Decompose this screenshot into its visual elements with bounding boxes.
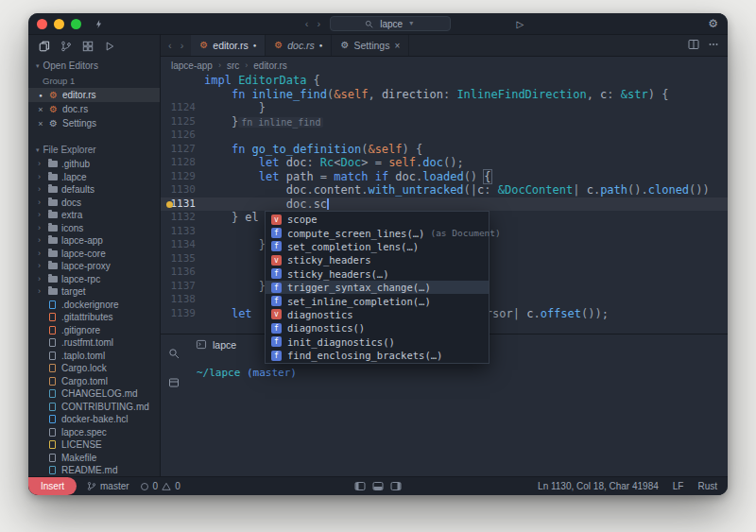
tree-item-label: CHANGELOG.md (61, 388, 138, 399)
close-window-button[interactable] (37, 19, 47, 29)
breadcrumb-segment[interactable]: lapce-app (171, 60, 213, 71)
close-icon[interactable]: × (37, 105, 44, 114)
close-icon[interactable]: × (37, 119, 44, 129)
problem-counts[interactable]: 0 0 (140, 481, 180, 491)
nav-forward-button[interactable]: › (318, 18, 321, 29)
breadcrumb-segment[interactable]: editor.rs (253, 60, 287, 71)
toggle-bottom-panel-icon[interactable] (373, 482, 384, 490)
code-line[interactable]: 1130 doc.content.with_untracked(|c: &Doc… (161, 183, 728, 197)
tree-item[interactable]: CONTRIBUTING.md (28, 401, 160, 414)
file-explorer-header[interactable]: ▾ File Explorer (28, 141, 160, 158)
open-editors-list: ●⚙editor.rs×⚙doc.rs×⚙Settings (28, 88, 160, 130)
tree-item[interactable]: .gitignore (28, 324, 160, 337)
panel-list-icon[interactable] (168, 375, 180, 392)
cursor-position[interactable]: Ln 1130, Col 18, Char 41984 (538, 481, 659, 491)
tree-item[interactable]: ›icons (28, 222, 160, 235)
completion-label: scope (287, 214, 318, 225)
settings-gear-icon[interactable]: ⚙ (708, 17, 718, 30)
completion-item[interactable]: finit_diagnostics() (266, 335, 489, 349)
completion-item[interactable]: fset_inline_completion(…) (266, 294, 489, 307)
tree-item[interactable]: ›target (28, 285, 160, 299)
open-editor-item[interactable]: ×⚙doc.rs (28, 102, 160, 116)
terminal-tab-label[interactable]: lapce (213, 339, 236, 351)
open-editor-item[interactable]: ●⚙editor.rs (28, 88, 160, 102)
completion-label: find_enclosing_brackets(…) (287, 350, 442, 361)
tree-item[interactable]: Makefile (28, 452, 160, 465)
completion-item[interactable]: fset_completion_lens(…) (266, 240, 489, 253)
code-line[interactable]: 1125 }fn inline_find (161, 115, 728, 129)
tree-item[interactable]: Cargo.toml (28, 375, 160, 388)
code-action-bulb-icon[interactable] (166, 201, 173, 208)
tree-item[interactable]: ›extra (28, 209, 160, 222)
modified-dot: ● (319, 43, 323, 48)
plugins-icon[interactable] (82, 41, 94, 52)
language-mode[interactable]: Rust (697, 481, 717, 491)
folder-icon (48, 174, 58, 180)
remote-connection-icon[interactable] (94, 19, 104, 29)
completion-item[interactable]: vdiagnostics (266, 308, 489, 321)
source-control-icon[interactable] (60, 41, 72, 52)
tree-item[interactable]: ›docs (28, 197, 160, 210)
tree-item[interactable]: ›lapce-proxy (28, 260, 160, 273)
tree-item[interactable]: ›.github (28, 158, 160, 171)
tree-item[interactable]: LICENSE (28, 438, 160, 452)
code-line[interactable]: 1127 fn go_to_definition(&self) { (161, 143, 728, 157)
code-line[interactable]: 1128 let doc: Rc<Doc> = self.doc(); (161, 156, 728, 170)
completion-item[interactable]: vsticky_headers (266, 253, 489, 266)
close-tab-icon[interactable]: × (394, 41, 400, 51)
minimize-window-button[interactable] (54, 19, 64, 29)
tab-back-button[interactable]: ‹ (168, 40, 172, 51)
code-line[interactable]: 1124 } (161, 101, 728, 115)
breadcrumb[interactable]: lapce-app›src›editor.rs (161, 57, 728, 74)
nav-back-button[interactable]: ‹ (305, 18, 309, 29)
line-number: 1127 (161, 143, 204, 157)
sticky-context-line[interactable]: fn inline_find(&self, direction: InlineF… (161, 88, 728, 102)
tab-doc-rs[interactable]: ⚙doc.rs● (266, 35, 332, 56)
panel-search-icon[interactable] (168, 346, 180, 363)
maximize-window-button[interactable] (71, 19, 81, 29)
completion-item[interactable]: fsticky_headers(…) (266, 267, 489, 281)
tree-item[interactable]: .rustfmt.toml (28, 336, 160, 350)
tree-item[interactable]: ›.lapce (28, 171, 160, 184)
tab-settings[interactable]: ⚙Settings× (332, 35, 409, 56)
completion-item[interactable]: ftrigger_syntax_change(…) (266, 281, 489, 294)
debug-icon[interactable] (104, 41, 115, 52)
split-editor-icon[interactable] (688, 37, 699, 54)
toggle-left-panel-icon[interactable] (355, 482, 366, 490)
tree-item[interactable]: .taplo.toml (28, 350, 160, 363)
file-icon (49, 326, 56, 335)
run-button[interactable]: ▷ (517, 19, 524, 29)
editor-mode-badge[interactable]: Insert (28, 477, 77, 495)
completion-item[interactable]: ffind_enclosing_brackets(…) (266, 349, 489, 362)
tab-editor-rs[interactable]: ⚙editor.rs● (191, 35, 266, 56)
completion-item[interactable]: fdiagnostics() (266, 321, 489, 335)
git-branch-indicator[interactable]: master (87, 481, 129, 491)
completion-item[interactable]: fcompute_screen_lines(…)(as Document) (266, 226, 489, 239)
tree-item[interactable]: .gitattributes (28, 311, 160, 324)
completion-label: sticky_headers(…) (287, 268, 388, 280)
file-explorer-icon[interactable] (39, 41, 50, 52)
line-ending-indicator[interactable]: LF (673, 481, 684, 491)
tree-item[interactable]: .dockerignore (28, 299, 160, 312)
tree-item[interactable]: docker-bake.hcl (28, 413, 160, 426)
open-editors-header[interactable]: ▾ Open Editors (28, 57, 160, 74)
tab-forward-button[interactable]: › (180, 40, 184, 51)
tree-item[interactable]: README.md (28, 464, 160, 476)
completion-item[interactable]: vscope (266, 213, 489, 226)
tree-item[interactable]: ›defaults (28, 183, 160, 197)
tree-item[interactable]: ›lapce-rpc (28, 273, 160, 286)
command-palette-button[interactable]: lapce ▾ (330, 16, 451, 31)
code-line[interactable]: 1126 (161, 129, 728, 143)
tree-item[interactable]: ›lapce-app (28, 234, 160, 248)
tree-item[interactable]: ›lapce-core (28, 248, 160, 261)
toggle-right-panel-icon[interactable] (391, 482, 402, 490)
more-options-icon[interactable] (708, 37, 719, 54)
code-line[interactable]: 1129 let path = match if doc.loaded() { (161, 170, 728, 184)
code-line[interactable]: 1131 doc.sc (161, 197, 728, 212)
open-editor-item[interactable]: ×⚙Settings (28, 116, 160, 130)
tree-item[interactable]: lapce.spec (28, 426, 160, 439)
tree-item[interactable]: CHANGELOG.md (28, 387, 160, 401)
tree-item[interactable]: Cargo.lock (28, 362, 160, 375)
sticky-context-line[interactable]: impl EditorData { (161, 74, 728, 88)
breadcrumb-segment[interactable]: src (227, 60, 239, 71)
